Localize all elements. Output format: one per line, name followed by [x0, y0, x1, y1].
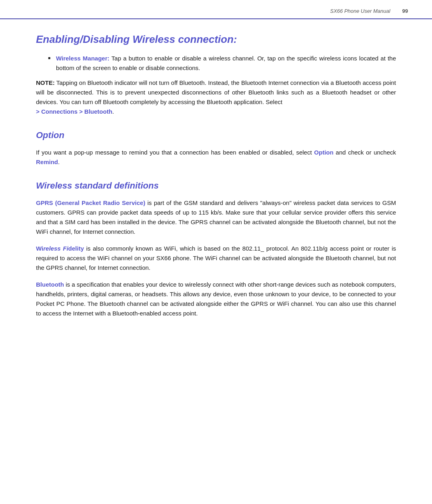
wifi-reless-label: reless Fi [43, 245, 68, 252]
note-text: Tapping on Bluetooth indicator will not … [36, 79, 396, 105]
wifi-paragraph: Wireless Fidelity is also commonly known… [36, 244, 396, 273]
section-enabling-disabling: Enabling/Disabling Wireless connection: … [36, 31, 396, 116]
option-body-text: If you want a pop-up message to remind y… [36, 148, 396, 167]
bluetooth-paragraph: Bluetooth is a specification that enable… [36, 280, 396, 318]
header-title: SX66 Phone User Manual [330, 7, 390, 15]
wifi-delity-label: delity [68, 245, 84, 252]
bullet-list: Wireless Manager: Tap a button to enable… [36, 54, 396, 72]
option-text-mid: and check or uncheck [334, 149, 396, 156]
page-content: Enabling/Disabling Wireless connection: … [0, 19, 432, 346]
remind-link[interactable]: Remind [36, 159, 58, 165]
bluetooth-label[interactable]: Bluetooth [36, 281, 64, 288]
wifi-wi-label: Wi [36, 245, 43, 252]
option-text-prefix: If you want a pop-up message to remind y… [36, 149, 314, 156]
connections-bluetooth-link[interactable]: > Connections > Bluetooth [36, 108, 112, 115]
wifi-text: is also commonly known as WiFi, which is… [36, 245, 396, 271]
option-text-suffix: . [58, 159, 60, 165]
section-option: Option If you want a pop-up message to r… [36, 129, 396, 167]
wireless-manager-label[interactable]: Wireless Manager: [56, 55, 110, 62]
note-label: NOTE: [36, 79, 55, 86]
list-item-wireless-manager: Wireless Manager: Tap a button to enable… [48, 54, 396, 72]
bluetooth-text: is a specification that enables your dev… [36, 281, 396, 317]
option-link[interactable]: Option [314, 149, 333, 156]
section-title-enabling: Enabling/Disabling Wireless connection: [36, 31, 396, 47]
gprs-paragraph: GPRS (General Packet Radio Service) is p… [36, 198, 396, 237]
section-title-wireless-definitions: Wireless standard definitions [36, 179, 396, 193]
note-period: . [112, 108, 114, 115]
gprs-label[interactable]: GPRS (General Packet Radio Service) [36, 199, 145, 206]
section-title-option: Option [36, 129, 396, 142]
page-header: SX66 Phone User Manual 99 [0, 0, 432, 19]
note-block: NOTE: Tapping on Bluetooth indicator wil… [36, 78, 396, 116]
section-wireless-definitions: Wireless standard definitions GPRS (Gene… [36, 179, 396, 318]
header-page-number: 99 [402, 7, 408, 15]
page-container: SX66 Phone User Manual 99 Enabling/Disab… [0, 0, 432, 504]
